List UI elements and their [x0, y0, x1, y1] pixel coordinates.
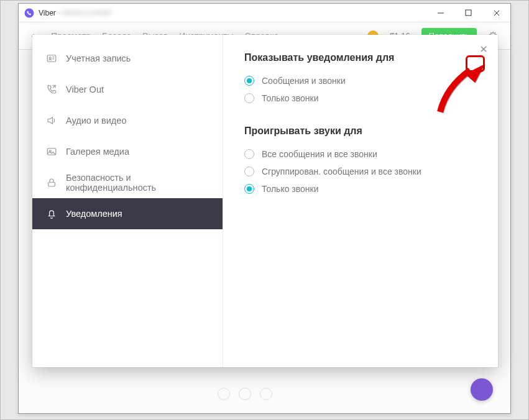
radio-icon [244, 167, 254, 176]
radio-label: Сообщения и звонки [262, 76, 346, 86]
radio-option-sounds-calls-only[interactable]: Только звонки [244, 180, 477, 198]
settings-content: Показывать уведомления для Сообщения и з… [223, 35, 498, 367]
sidebar-item-viber-out[interactable]: Viber Out [32, 74, 223, 105]
svg-rect-4 [47, 55, 56, 62]
maximize-button[interactable] [454, 4, 482, 22]
radio-option-grouped-messages-calls[interactable]: Сгруппирован. сообщения и все звонки [244, 163, 477, 180]
minimize-button[interactable] [426, 4, 454, 22]
speaker-icon [46, 115, 57, 126]
svg-point-5 [49, 57, 51, 59]
chat-input-area [218, 382, 485, 406]
sidebar-item-notifications[interactable]: Уведомления [32, 198, 223, 229]
radio-icon [244, 149, 254, 159]
sidebar-item-label: Viber Out [66, 84, 104, 94]
svg-rect-1 [466, 10, 471, 16]
phone-out-icon [46, 84, 57, 95]
radio-label: Только звонки [262, 184, 319, 194]
radio-label: Все сообщения и все звонки [262, 149, 377, 159]
emoji-icon[interactable] [218, 388, 230, 400]
sidebar-item-label: Галерея медиа [66, 147, 129, 157]
radio-label: Сгруппирован. сообщения и все звонки [262, 167, 421, 176]
section-play-sounds: Проигрывать звуки для Все сообщения и вс… [244, 126, 477, 198]
settings-panel: Учетная запись Viber Out Аудио и видео Г… [32, 35, 498, 367]
section-title: Проигрывать звуки для [244, 126, 477, 137]
settings-sidebar: Учетная запись Viber Out Аудио и видео Г… [32, 35, 223, 367]
settings-close-button[interactable] [477, 42, 490, 56]
radio-label: Только звонки [262, 93, 319, 103]
bell-icon [46, 208, 57, 219]
radio-option-calls-only[interactable]: Только звонки [244, 89, 477, 107]
radio-option-messages-and-calls[interactable]: Сообщения и звонки [244, 72, 477, 89]
app-window: Viber +380501234567 ‹ Просмотр Беседа Вы… [18, 3, 511, 414]
gallery-icon [46, 146, 57, 157]
sidebar-item-account[interactable]: Учетная запись [32, 43, 223, 74]
sidebar-item-label: Безопасность и конфиденциальность [66, 173, 209, 193]
titlebar: Viber +380501234567 [19, 4, 510, 22]
sidebar-item-audio-video[interactable]: Аудио и видео [32, 105, 223, 136]
gif-icon[interactable] [260, 388, 272, 400]
radio-icon [244, 93, 254, 103]
radio-icon [244, 184, 254, 194]
sidebar-item-label: Учетная запись [66, 53, 131, 63]
sidebar-item-media-gallery[interactable]: Галерея медиа [32, 136, 223, 167]
sidebar-item-label: Уведомления [66, 209, 122, 219]
attach-icon[interactable] [239, 388, 251, 400]
svg-rect-10 [48, 182, 55, 186]
radio-icon [244, 76, 254, 86]
app-title-phone: +380501234567 [58, 9, 113, 17]
id-card-icon [46, 53, 57, 64]
section-show-notifications: Показывать уведомления для Сообщения и з… [244, 52, 477, 107]
sidebar-item-label: Аудио и видео [66, 116, 126, 126]
section-title: Показывать уведомления для [244, 52, 477, 63]
viber-logo-icon [24, 7, 35, 19]
radio-option-all-messages-calls[interactable]: Все сообщения и все звонки [244, 145, 477, 163]
lock-icon [46, 177, 57, 188]
app-title: Viber [39, 9, 56, 17]
new-message-fab[interactable] [471, 378, 493, 401]
window-close-button[interactable] [482, 4, 510, 22]
sidebar-item-security[interactable]: Безопасность и конфиденциальность [32, 167, 223, 198]
